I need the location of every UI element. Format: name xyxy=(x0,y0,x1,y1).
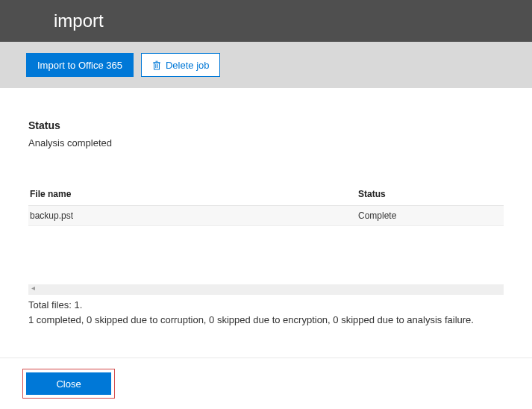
close-highlight: Close xyxy=(22,369,115,399)
close-button-label: Close xyxy=(56,378,81,390)
horizontal-scrollbar[interactable] xyxy=(28,284,504,295)
page-title: import xyxy=(54,10,104,31)
close-button[interactable]: Close xyxy=(26,372,111,395)
import-to-office365-button[interactable]: Import to Office 365 xyxy=(26,53,134,77)
svg-rect-0 xyxy=(154,63,159,69)
delete-job-button[interactable]: Delete job xyxy=(141,53,221,77)
trash-icon xyxy=(152,60,161,70)
status-text: Analysis completed xyxy=(28,137,504,149)
footer: Close xyxy=(0,358,532,409)
toolbar: Import to Office 365 Delete job xyxy=(0,42,532,88)
delete-button-label: Delete job xyxy=(166,60,210,71)
grid-header-row: File name Status xyxy=(28,183,504,206)
column-header-filename: File name xyxy=(28,183,358,205)
files-grid: File name Status backup.pst Complete xyxy=(28,183,504,226)
cell-filename: backup.pst xyxy=(28,206,358,225)
content-area: Status Analysis completed File name Stat… xyxy=(0,88,532,295)
summary-block: Total files: 1. 1 completed, 0 skipped d… xyxy=(0,298,532,327)
import-button-label: Import to Office 365 xyxy=(37,60,122,71)
cell-status: Complete xyxy=(358,206,504,225)
summary-total: Total files: 1. xyxy=(28,298,504,313)
page-header: import xyxy=(0,0,532,42)
column-header-status: Status xyxy=(358,183,504,205)
summary-details: 1 completed, 0 skipped due to corruption… xyxy=(28,313,504,328)
status-heading: Status xyxy=(28,119,504,131)
table-row: backup.pst Complete xyxy=(28,206,504,226)
